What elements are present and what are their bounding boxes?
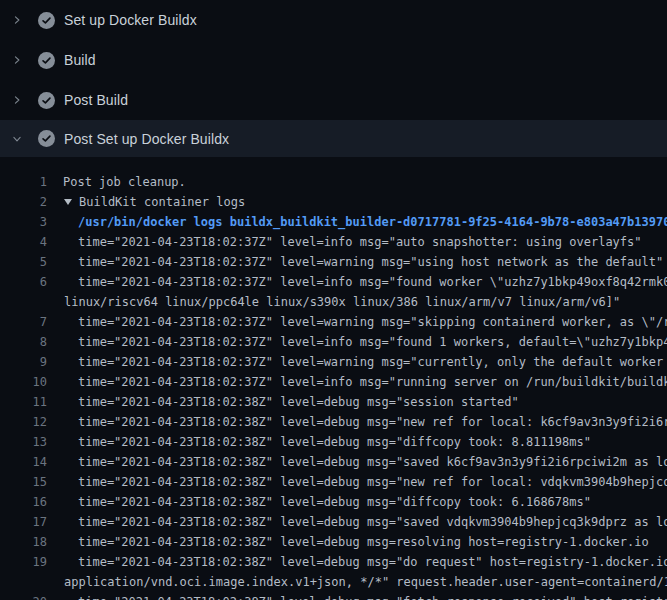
log-line-text-content: time="2021-04-23T18:02:37Z" level=info m…: [78, 235, 642, 249]
log-line: 14 time="2021-04-23T18:02:38Z" level=deb…: [0, 452, 667, 472]
log-line-number[interactable]: 12: [0, 412, 47, 432]
chevron-right-icon: [10, 55, 24, 65]
log-line-text: time="2021-04-23T18:02:37Z" level=info m…: [78, 372, 667, 392]
log-line-text-content: time="2021-04-23T18:02:37Z" level=info m…: [78, 375, 667, 389]
log-line-text: time="2021-04-23T18:02:38Z" level=debug …: [78, 432, 591, 452]
log-line-text-content: time="2021-04-23T18:02:37Z" level=warnin…: [78, 355, 667, 369]
log-line: 10 time="2021-04-23T18:02:37Z" level=inf…: [0, 372, 667, 392]
log-line-text: time="2021-04-23T18:02:37Z" level=warnin…: [78, 312, 667, 332]
log-line-text: time="2021-04-23T18:02:38Z" level=debug …: [78, 532, 649, 552]
log-line: 7 time="2021-04-23T18:02:37Z" level=warn…: [0, 312, 667, 332]
log-line-text-content: application/vnd.oci.image.index.v1+json,…: [64, 575, 667, 589]
log-line-text: time="2021-04-23T18:02:38Z" level=debug …: [78, 392, 519, 412]
log-line-number[interactable]: 6: [0, 272, 47, 292]
check-circle-icon: [38, 130, 55, 147]
log-line-number[interactable]: 19: [0, 552, 47, 572]
log-line: 9 time="2021-04-23T18:02:37Z" level=warn…: [0, 352, 667, 372]
log-line: 1 Post job cleanup.: [0, 172, 667, 192]
log-line: linux/riscv64 linux/ppc64le linux/s390x …: [0, 292, 667, 312]
log-line-text-content: time="2021-04-23T18:02:37Z" level=info m…: [78, 275, 667, 289]
log-line-number[interactable]: 13: [0, 432, 47, 452]
log-line-text-content: time="2021-04-23T18:02:37Z" level=warnin…: [78, 255, 663, 269]
log-line-number[interactable]: 4: [0, 232, 47, 252]
log-line-number[interactable]: 9: [0, 352, 47, 372]
group-toggle-triangle-icon[interactable]: [64, 199, 72, 205]
log-line: 6 time="2021-04-23T18:02:37Z" level=info…: [0, 272, 667, 292]
log-line-number[interactable]: 8: [0, 332, 47, 352]
step-header-row[interactable]: Post Build: [0, 80, 667, 120]
log-line-number[interactable]: 1: [0, 172, 47, 192]
log-line-number[interactable]: 17: [0, 512, 47, 532]
log-line: 18 time="2021-04-23T18:02:38Z" level=deb…: [0, 532, 667, 552]
log-line-number[interactable]: [0, 572, 47, 592]
log-line[interactable]: 2 BuildKit container logs: [0, 192, 667, 212]
log-line-text-content: time="2021-04-23T18:02:38Z" level=debug …: [78, 555, 667, 569]
log-line: 8 time="2021-04-23T18:02:37Z" level=info…: [0, 332, 667, 352]
log-line-number[interactable]: 14: [0, 452, 47, 472]
log-line: 4 time="2021-04-23T18:02:37Z" level=info…: [0, 232, 667, 252]
log-line-text: time="2021-04-23T18:02:38Z" level=debug …: [78, 492, 591, 512]
log-line-text-content: linux/riscv64 linux/ppc64le linux/s390x …: [64, 295, 620, 309]
log-line-text-content: time="2021-04-23T18:02:38Z" level=debug …: [78, 435, 591, 449]
log-line-number[interactable]: 10: [0, 372, 47, 392]
step-label: Post Set up Docker Buildx: [64, 132, 229, 146]
log-line-text: time="2021-04-23T18:02:37Z" level=info m…: [78, 272, 667, 292]
log-line-number[interactable]: 15: [0, 472, 47, 492]
steps-list: Set up Docker Buildx Build Post Build: [0, 0, 667, 157]
log-line-text: BuildKit container logs: [63, 192, 245, 212]
log-line: 15 time="2021-04-23T18:02:38Z" level=deb…: [0, 472, 667, 492]
log-line: 17 time="2021-04-23T18:02:38Z" level=deb…: [0, 512, 667, 532]
log-line-text: time="2021-04-23T18:02:38Z" level=debug …: [78, 472, 667, 492]
log-line-number[interactable]: 20: [0, 592, 47, 600]
log-line-number[interactable]: 18: [0, 532, 47, 552]
log-line-text-content: Post job cleanup.: [63, 175, 186, 189]
log-line: 16 time="2021-04-23T18:02:38Z" level=deb…: [0, 492, 667, 512]
log-line-text: linux/riscv64 linux/ppc64le linux/s390x …: [64, 292, 620, 312]
check-circle-icon: [38, 52, 55, 69]
log-line-text-content: time="2021-04-23T18:02:38Z" level=debug …: [78, 515, 667, 529]
check-circle-icon: [38, 92, 55, 109]
step-header-row[interactable]: Build: [0, 40, 667, 80]
step-label: Set up Docker Buildx: [64, 13, 197, 27]
log-line-number[interactable]: [0, 292, 47, 312]
log-line-text: time="2021-04-23T18:02:37Z" level=warnin…: [78, 252, 663, 272]
log-line-number[interactable]: 3: [0, 212, 47, 232]
log-line-text: Post job cleanup.: [63, 172, 186, 192]
log-line-text: time="2021-04-23T18:02:38Z" level=debug …: [78, 592, 667, 600]
check-circle-icon: [38, 12, 55, 29]
log-line-text-content: time="2021-04-23T18:02:38Z" level=debug …: [78, 535, 649, 549]
log-line-text-content: time="2021-04-23T18:02:38Z" level=debug …: [78, 595, 667, 600]
log-line-text: time="2021-04-23T18:02:38Z" level=debug …: [78, 512, 667, 532]
log-line-number[interactable]: 16: [0, 492, 47, 512]
log-line: 5 time="2021-04-23T18:02:37Z" level=warn…: [0, 252, 667, 272]
step-label: Build: [64, 53, 96, 67]
chevron-right-icon: [10, 95, 24, 105]
log-line: 20 time="2021-04-23T18:02:38Z" level=deb…: [0, 592, 667, 600]
log-line-number[interactable]: 11: [0, 392, 47, 412]
log-line-text: /usr/bin/docker logs buildx_buildkit_bui…: [78, 212, 667, 232]
chevron-down-icon: [10, 134, 24, 144]
log-line-number[interactable]: 5: [0, 252, 47, 272]
log-line: 11 time="2021-04-23T18:02:38Z" level=deb…: [0, 392, 667, 412]
log-line-number[interactable]: 2: [0, 192, 47, 212]
log-line-number[interactable]: 7: [0, 312, 47, 332]
log-line: 19 time="2021-04-23T18:02:38Z" level=deb…: [0, 552, 667, 572]
log-line-text: time="2021-04-23T18:02:38Z" level=debug …: [78, 412, 667, 432]
log-line: 13 time="2021-04-23T18:02:38Z" level=deb…: [0, 432, 667, 452]
log-line-text-content: time="2021-04-23T18:02:37Z" level=warnin…: [78, 315, 667, 329]
log-line-text-content: time="2021-04-23T18:02:38Z" level=debug …: [78, 455, 667, 469]
step-header-row[interactable]: Set up Docker Buildx: [0, 0, 667, 40]
log-line-text: time="2021-04-23T18:02:37Z" level=info m…: [78, 232, 642, 252]
log-line-text-content: time="2021-04-23T18:02:38Z" level=debug …: [78, 415, 667, 429]
log-line-text-content: time="2021-04-23T18:02:37Z" level=info m…: [78, 335, 667, 349]
log-line-text: time="2021-04-23T18:02:38Z" level=debug …: [78, 452, 667, 472]
log-line-text-content: BuildKit container logs: [79, 195, 245, 209]
log-console[interactable]: 1 Post job cleanup. 2 BuildKit container…: [0, 157, 667, 600]
log-line: application/vnd.oci.image.index.v1+json,…: [0, 572, 667, 592]
log-line-text-content: time="2021-04-23T18:02:38Z" level=debug …: [78, 495, 591, 509]
step-header-row[interactable]: Post Set up Docker Buildx: [0, 120, 667, 157]
log-line-text-content: time="2021-04-23T18:02:38Z" level=debug …: [78, 475, 667, 489]
chevron-right-icon: [10, 15, 24, 25]
log-line-text: time="2021-04-23T18:02:37Z" level=warnin…: [78, 352, 667, 372]
log-line: 12 time="2021-04-23T18:02:38Z" level=deb…: [0, 412, 667, 432]
